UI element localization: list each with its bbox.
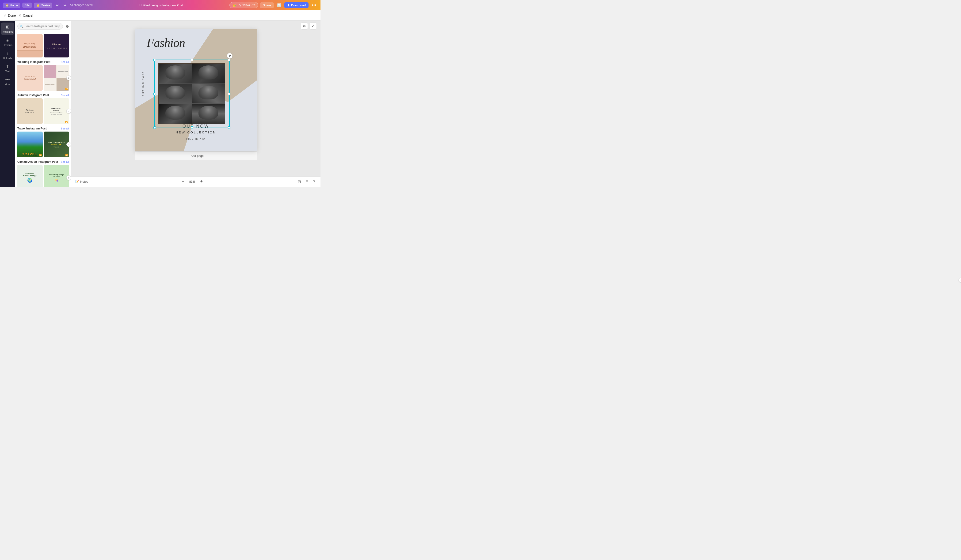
more-options-button[interactable]: ••• xyxy=(310,2,318,9)
sidebar-item-templates[interactable]: ⊞ Templates xyxy=(1,22,14,35)
topbar-left: 🏠 Home File ⭐ Resize ↩ ↪ All changes sav… xyxy=(3,2,93,8)
zoom-controls: − 83% + xyxy=(180,179,204,185)
grid-icon: ⊞ xyxy=(305,180,309,184)
autumn-thumb-2-inner: BREAKING NEWS! How this newsletter will … xyxy=(43,98,69,124)
fashion-image-container[interactable] xyxy=(158,63,225,124)
duplicate-icon: ⧉ xyxy=(303,24,305,28)
help-icon: ? xyxy=(313,180,315,184)
sidebar-item-more[interactable]: ••• More xyxy=(1,75,14,88)
file-button[interactable]: File xyxy=(22,3,32,8)
grid-cell-6 xyxy=(192,104,225,124)
home-button[interactable]: 🏠 Home xyxy=(3,3,21,8)
share-label: Share xyxy=(263,3,271,7)
home-icon: 🏠 xyxy=(5,3,9,7)
grid-cell-5 xyxy=(159,104,192,124)
canvas-page[interactable]: Fashion AUTUMN 2020 xyxy=(135,29,257,151)
autumn-vertical-text: AUTUMN 2020 xyxy=(142,71,145,96)
redo-button[interactable]: ↪ xyxy=(62,2,68,8)
canva-pro-label: Try Canva Pro xyxy=(237,3,255,7)
link-in-bio-text: LINK IN BIO xyxy=(135,138,257,141)
templates-panel: 🔍 ⚙ will you be my Bridesmaid xyxy=(15,21,71,187)
climate-template-grid: causes ofclimate change 🌍 W Eco-friendly… xyxy=(17,165,69,187)
autumn-template-2[interactable]: BREAKING NEWS! How this newsletter will … xyxy=(43,98,69,124)
category-section-autumn: Autumn Instagram Post See all Fashion OU… xyxy=(17,93,69,124)
help-button[interactable]: ? xyxy=(312,179,317,185)
wedding-see-all-button[interactable]: See all xyxy=(61,61,69,63)
autumn-template-1[interactable]: Fashion OUT NOW xyxy=(17,98,43,124)
travel-template-1[interactable]: TRAVEL W xyxy=(17,132,43,157)
travel-template-2[interactable]: WHY YOU SHOULD RENT A CAR VACATION W xyxy=(43,132,69,157)
download-button[interactable]: ⬇ Download xyxy=(284,2,309,8)
design-canvas: Fashion AUTUMN 2020 xyxy=(135,29,257,160)
expand-page-button[interactable]: ⤢ xyxy=(310,22,317,30)
duplicate-page-button[interactable]: ⧉ xyxy=(301,22,308,30)
search-icon: 🔍 xyxy=(20,25,24,28)
add-page-bar[interactable]: + Add page xyxy=(135,151,257,160)
climate-nav-button[interactable]: › xyxy=(66,175,71,180)
share-button[interactable]: Share xyxy=(260,2,274,8)
wedding-header: Wedding Instagram Post See all xyxy=(17,60,69,64)
travel-header: Travel Instagram Post See all xyxy=(17,127,69,130)
zoom-minus-button[interactable]: − xyxy=(180,179,186,185)
man-face-2 xyxy=(192,64,225,83)
fashion-title: Fashion xyxy=(147,36,185,50)
sidebar-item-text[interactable]: T Text xyxy=(1,63,14,75)
autumn-thumb-1-inner: Fashion OUT NOW xyxy=(17,98,43,124)
out-now-text: OUT NOW xyxy=(135,124,257,129)
autumn-header: Autumn Instagram Post See all xyxy=(17,93,69,97)
sidebar-templates-label: Templates xyxy=(2,30,13,33)
fit-icon: ⊡ xyxy=(298,180,301,184)
category-section-wedding: Wedding Instagram Post See all will you … xyxy=(17,60,69,91)
resize-button[interactable]: ⭐ Resize xyxy=(34,3,53,8)
climate-see-all-button[interactable]: See all xyxy=(61,160,69,163)
document-title-text: Untitled design - Instagram Post xyxy=(139,3,183,7)
cancel-button[interactable]: ✕ Cancel xyxy=(19,14,33,18)
filter-button[interactable]: ⚙ xyxy=(65,23,70,30)
expand-icon: ⤢ xyxy=(312,24,315,28)
done-button[interactable]: ✓ Done xyxy=(4,14,16,18)
autumn-title: Autumn Instagram Post xyxy=(18,93,49,97)
travel-see-all-button[interactable]: See all xyxy=(61,127,69,130)
travel-title: Travel Instagram Post xyxy=(18,127,47,130)
pro-badge-travel-1: W xyxy=(39,154,42,156)
category-section-travel: Travel Instagram Post See all TRAVEL W W… xyxy=(17,127,69,157)
sidebar-item-uploads[interactable]: ↑ Uploads xyxy=(1,49,14,61)
canva-pro-button[interactable]: 👑 Try Canva Pro xyxy=(230,2,258,8)
wedding-template-1[interactable]: will you be my Bridesmaid xyxy=(17,65,43,91)
new-collection-text: NEW COLLECTION xyxy=(135,131,257,134)
pro-badge-travel-2: W xyxy=(65,154,68,156)
travel-nav-button[interactable]: › xyxy=(66,142,71,147)
wedding-template-2[interactable]: SUMMER SALE Wedding Bouquet W xyxy=(43,65,69,91)
secondbar: ✓ Done ✕ Cancel xyxy=(0,10,320,21)
fit-button[interactable]: ⊡ xyxy=(296,178,302,185)
analytics-button[interactable]: 📊 xyxy=(276,2,283,8)
bottom-right-icons: ⊡ ⊞ ? xyxy=(296,178,317,185)
climate-header: Climate Action Instagram Post See all xyxy=(17,160,69,164)
sidebar-item-elements[interactable]: ◈ Elements xyxy=(1,36,14,48)
notes-button[interactable]: 📝 Notes xyxy=(75,180,88,183)
fashion-image-grid xyxy=(159,64,225,124)
autumn-nav-button[interactable]: › xyxy=(66,109,71,114)
man-face-5 xyxy=(159,104,192,124)
topbar-right: 👑 Try Canva Pro Share 📊 ⬇ Download ••• xyxy=(230,2,318,9)
undo-button[interactable]: ↩ xyxy=(54,2,60,8)
wedding-nav-button[interactable]: › xyxy=(66,75,71,80)
autumn-see-all-button[interactable]: See all xyxy=(61,94,69,96)
climate-template-2[interactable]: Eco-friendly things you can do 👒 W xyxy=(43,165,69,187)
search-input[interactable] xyxy=(18,23,63,30)
zoom-value: 83% xyxy=(188,180,197,183)
sidebar-text-label: Text xyxy=(5,70,10,73)
topbar: 🏠 Home File ⭐ Resize ↩ ↪ All changes sav… xyxy=(0,0,320,10)
climate-template-1[interactable]: causes ofclimate change 🌍 W xyxy=(17,165,43,187)
grid-view-button[interactable]: ⊞ xyxy=(304,178,310,185)
filter-icon: ⚙ xyxy=(66,24,69,28)
notes-icon: 📝 xyxy=(75,180,79,183)
zoom-plus-button[interactable]: + xyxy=(199,179,204,185)
text-icon: T xyxy=(6,64,9,69)
featured-template-bridesmaid[interactable]: will you be my Bridesmaid xyxy=(17,34,43,58)
man-face-1 xyxy=(159,64,192,83)
canvas-top-icons: ⧉ ⤢ xyxy=(301,22,317,30)
wedding-title: Wedding Instagram Post xyxy=(18,60,50,64)
collage-cell-1 xyxy=(43,65,56,78)
featured-template-bloom[interactable]: Bloom YOU ARE PLANTED xyxy=(43,34,69,58)
